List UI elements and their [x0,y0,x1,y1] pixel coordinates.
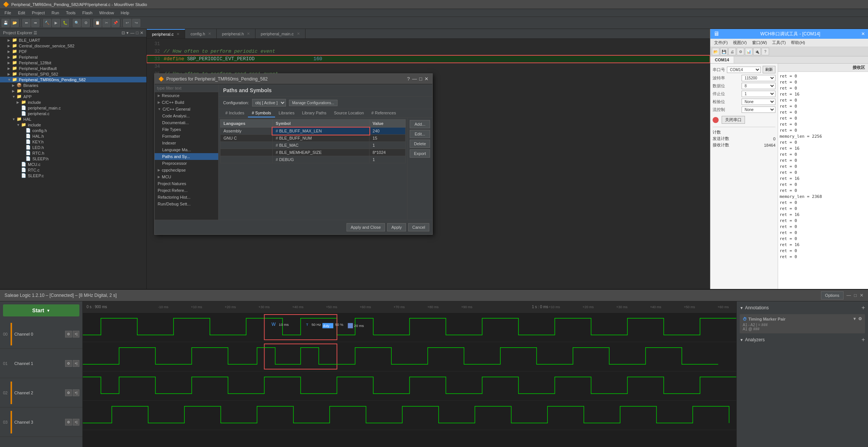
parity-select[interactable]: None [742,99,775,105]
wch-menu-tools[interactable]: 工具(T) [770,40,788,46]
sidebar-item-app-include[interactable]: ▶ 📁 include [0,99,146,105]
menu-edit[interactable]: Edit [15,10,28,16]
delete-button[interactable]: Delete [410,140,430,148]
props-menu-file-types[interactable]: File Types [155,126,218,133]
toolbar-btn-13[interactable]: ↩ [123,19,131,27]
toolbar-btn-4[interactable]: ➡ [31,19,40,27]
sidebar-item-sleep-h[interactable]: 📄 SLEEP.h [0,156,146,161]
toolbar-btn-10[interactable]: 📋 [93,19,102,27]
sidebar-item-hal[interactable]: ▼ 📁 HAL [0,116,146,122]
filter-input[interactable] [155,84,218,92]
props-menu-refactoring[interactable]: Refactoring Hist... [155,194,218,201]
dialog-help-icon[interactable]: ? [407,76,410,82]
wch-tb-btn-2[interactable]: 💾 [720,48,728,55]
table-row[interactable]: Assembly # BLE_BUFF_MAX_LEN 240 [220,128,406,135]
dialog-minimize-icon[interactable]: — [412,76,417,82]
channel-add-icon[interactable]: +| [73,419,79,426]
props-menu-documentation[interactable]: Documentati... [155,119,218,126]
props-menu-indexer[interactable]: Indexer [155,140,218,146]
wch-tb-btn-1[interactable]: 📂 [712,48,719,55]
sidebar-item-peripheral-c[interactable]: 📄 peripheral.c [0,111,146,116]
close-tab-icon[interactable]: ✕ [247,32,250,36]
saleae-minimize-icon[interactable]: — [847,293,851,298]
menu-help[interactable]: Help [118,10,132,16]
sidebar-item-config-h[interactable]: 📄 config.h [0,128,146,133]
props-menu-mcu[interactable]: ▶ MCU [155,173,218,180]
toolbar-btn-1[interactable]: 💾 [2,19,10,27]
wch-tb-btn-6[interactable]: 🔌 [753,48,761,55]
props-menu-formatter[interactable]: Formatter [155,133,218,140]
props-tab-library-paths[interactable]: Library Paths [298,109,330,117]
wch-tb-btn-5[interactable]: 📊 [745,48,752,55]
props-tab-includes[interactable]: # Includes [222,109,248,117]
sidebar-item-peripheral-hf[interactable]: ▶ 📁 Peripheral_Hardfault [0,65,146,71]
start-button[interactable]: Start ▼ [3,304,79,316]
editor-tab-peripheral-main[interactable]: peripheral_main.c ✕ [255,29,305,38]
props-tab-source-location[interactable]: Source Location [330,109,368,117]
options-button[interactable]: Options [821,291,844,300]
props-menu-code-analysis[interactable]: Code Analysi... [155,113,218,119]
editor-tab-peripheral-c[interactable]: peripheral.c ✕ [147,29,185,38]
toolbar-btn-12[interactable]: 📌 [111,19,120,27]
props-menu-cppgeneral[interactable]: ▼ C/C++ General [155,106,218,113]
menu-file[interactable]: File [2,10,14,16]
toolbar-btn-8[interactable]: 🔍 [73,19,81,27]
annotations-add-icon[interactable]: + [862,304,865,311]
manage-configurations-button[interactable]: Manage Configurations... [289,100,338,106]
analyzers-collapse-icon[interactable]: ▼ [740,338,743,342]
channel-add-icon[interactable]: +| [73,360,79,367]
props-menu-run-debug[interactable]: Run/Debug Sett... [155,201,218,207]
wch-tb-btn-help[interactable]: ? [762,48,769,55]
props-tab-symbols[interactable]: # Symbols [248,109,275,117]
sidebar-btn-5[interactable]: ✕ [140,30,143,35]
table-row[interactable]: # DEBUG 1 [220,156,406,163]
apply-button[interactable]: Apply [387,223,406,231]
channel-add-icon[interactable]: +| [73,331,79,338]
sidebar-item-binaries[interactable]: ▶ 📦 Binaries [0,82,146,88]
close-port-button[interactable]: 关闭串口 [722,116,745,124]
close-tab-icon[interactable]: ✕ [297,32,300,36]
saleae-restore-icon[interactable]: □ [854,293,857,298]
props-menu-resource[interactable]: ▶ Resource [155,92,218,99]
edit-button[interactable]: Edit... [410,130,430,138]
wch-menu-file[interactable]: 文件(F) [712,40,730,46]
sidebar-item-mcu-c[interactable]: 📄 MCU.c [0,161,146,167]
sidebar-item-rtc-c[interactable]: 📄 RTC.c [0,167,146,173]
dropdown-arrow-icon[interactable]: ▼ [47,309,50,313]
sidebar-item-sleep-c[interactable]: 📄 SLEEP.c [0,173,146,178]
wch-menu-help[interactable]: 帮助(H) [789,40,807,46]
dialog-maximize-icon[interactable]: □ [419,76,422,82]
channel-settings-icon[interactable]: ⚙ [65,389,72,396]
sidebar-item-peripheral[interactable]: ▶ 📁 Peripheral [0,54,146,60]
annotations-collapse-icon[interactable]: ▼ [740,306,743,310]
sidebar-item-hal-include[interactable]: ▼ 📁 include [0,122,146,128]
menu-flash[interactable]: Flash [79,10,96,16]
wch-menu-window[interactable]: 窗口(W) [750,40,769,46]
toolbar-btn-5[interactable]: 🔨 [43,19,51,27]
dialog-close-icon[interactable]: ✕ [424,76,429,82]
channel-settings-icon[interactable]: ⚙ [65,419,72,426]
cancel-button[interactable]: Cancel [408,223,429,231]
sidebar-item-key-h[interactable]: 📄 KEY.h [0,139,146,144]
toolbar-btn-11[interactable]: ✂ [102,19,111,27]
add-button[interactable]: Add... [410,120,430,128]
timing-config-icon[interactable]: ⚙ [858,316,862,321]
toolbar-btn-9[interactable]: ⚙ [82,19,90,27]
props-menu-preprocessor[interactable]: Preprocessor [155,160,218,167]
refresh-button[interactable]: 刷新 [763,66,775,73]
analyzers-add-icon[interactable]: + [862,336,865,343]
data-bits-select[interactable]: 8 [742,83,775,89]
toolbar-btn-3[interactable]: ⬅ [22,19,30,27]
props-menu-cppbuild[interactable]: ▶ C/C++ Build [155,99,218,106]
channel-add-icon[interactable]: +| [73,389,79,396]
stop-bits-select[interactable]: 1 [742,91,775,97]
close-tab-icon[interactable]: ✕ [208,32,211,36]
wch-close-icon[interactable]: ✕ [861,31,865,36]
sidebar-item-hal-h[interactable]: 📄 HAL.h [0,133,146,139]
props-menu-paths-symbols[interactable]: Paths and Sy... [155,153,218,160]
baud-select[interactable]: 115200 [742,75,775,81]
sidebar-btn-2[interactable]: ▾ [126,30,129,35]
table-row[interactable]: GNU C # BLE_BUFF_NUM 15 [220,135,406,142]
sidebar-item-pdf[interactable]: ▶ 📁 PDF [0,49,146,54]
channel-settings-icon[interactable]: ⚙ [65,331,72,338]
